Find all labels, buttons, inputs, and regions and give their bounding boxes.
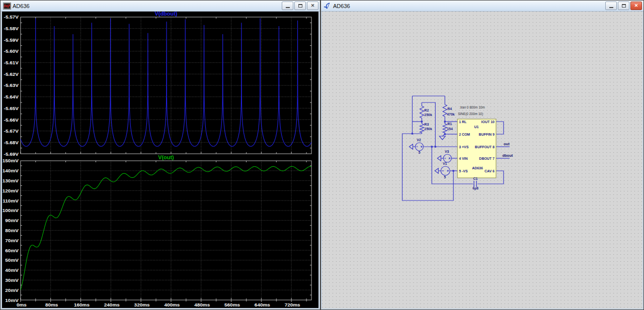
r2-value: 250k <box>424 113 432 117</box>
pin-2-com: 2 COM <box>459 133 470 136</box>
pin-5-vs-minus: 5 -VS <box>459 169 468 173</box>
pin-8-buffout: BUFFOUT 8 <box>475 145 495 149</box>
pin-1-rl: 1 RL <box>459 120 467 124</box>
waveform-plot-area[interactable]: -5.57V-5.58V-5.59V-5.60V-5.61V-5.62V-5.6… <box>2 12 318 308</box>
svg-text:320ms: 320ms <box>134 302 150 307</box>
svg-text:-5.63V: -5.63V <box>4 82 19 88</box>
svg-text:0ms: 0ms <box>17 302 27 307</box>
waveform-window-titlebar[interactable]: AD636 ✕ <box>1 1 320 12</box>
net-label-dbout: dbout <box>502 153 513 158</box>
u1-part: AD636 <box>472 166 483 170</box>
r2-ref: R2 <box>424 109 429 112</box>
svg-text:40mV: 40mV <box>5 267 19 273</box>
svg-text:110mV: 110mV <box>3 198 19 203</box>
svg-text:70mV: 70mV <box>5 238 19 243</box>
net-label-out: out <box>504 142 510 146</box>
c1-ref: C1 <box>473 177 478 180</box>
svg-text:-5.65V: -5.65V <box>4 106 19 111</box>
v2-value: 5 <box>418 151 420 154</box>
r3-value: 250k <box>424 127 432 131</box>
schematic-canvas[interactable]: .tran 0 800m 10m SINE(0 200m 10) R2 250k… <box>322 12 642 308</box>
v3-ref: V3 <box>445 150 449 153</box>
schematic-doc-icon <box>324 3 332 10</box>
svg-text:-5.67V: -5.67V <box>4 128 19 134</box>
pin-4-vin: 4 VIN <box>459 157 467 160</box>
minimize-button[interactable] <box>282 2 293 10</box>
pane-title: V(out) <box>158 154 174 160</box>
gridlines <box>21 17 311 154</box>
svg-text:20mV: 20mV <box>5 287 19 293</box>
svg-text:150mV: 150mV <box>3 158 19 163</box>
c1-value: 6µ8 <box>472 186 478 190</box>
axis-labels: -5.57V-5.58V-5.59V-5.60V-5.61V-5.62V-5.6… <box>4 14 19 156</box>
v1-value: 5 <box>444 175 446 179</box>
schematic-window: AD636 ✕ <box>320 0 644 310</box>
pin-9-buffin: BUFFIN 9 <box>479 133 495 136</box>
ltspice-workspace: AD636 ✕ -5.57V-5.58V-5.59V-5.60V-5.61V-5… <box>0 0 644 310</box>
waveform-doc-icon <box>3 3 11 10</box>
plot-pane-vdbout[interactable]: -5.57V-5.58V-5.59V-5.60V-5.61V-5.62V-5.6… <box>4 12 311 157</box>
svg-text:240ms: 240ms <box>104 302 120 307</box>
svg-text:80mV: 80mV <box>5 228 19 233</box>
svg-text:140mV: 140mV <box>3 168 19 173</box>
pin-6-cav: CAV 6 <box>485 169 495 173</box>
pane-title: V(dbout) <box>154 12 177 17</box>
svg-text:-5.68V: -5.68V <box>4 140 19 145</box>
waveform-window: AD636 ✕ -5.57V-5.58V-5.59V-5.60V-5.61V-5… <box>0 0 320 310</box>
gridlines <box>21 161 311 300</box>
pin-3-vs-plus: 3 +VS <box>459 145 468 149</box>
svg-text:80ms: 80ms <box>45 302 58 307</box>
schematic-window-titlebar[interactable]: AD636 ✕ <box>321 1 643 12</box>
svg-text:120mV: 120mV <box>3 188 19 193</box>
svg-text:100mV: 100mV <box>3 208 19 213</box>
v2-ref: V2 <box>417 138 421 142</box>
svg-text:-5.66V: -5.66V <box>4 117 19 123</box>
r4-ref: R4 <box>447 107 452 111</box>
schematic-window-title: AD636 <box>333 3 605 9</box>
waveform-window-title: AD636 <box>13 3 282 9</box>
close-button[interactable]: ✕ <box>630 2 642 10</box>
svg-text:-5.60V: -5.60V <box>4 48 19 54</box>
r4-value: 470k <box>447 113 455 116</box>
minimize-button[interactable] <box>605 2 617 10</box>
svg-text:-5.57V: -5.57V <box>4 14 19 20</box>
v1-ref: V1 <box>443 162 447 165</box>
svg-text:720ms: 720ms <box>285 302 300 307</box>
maximize-button[interactable] <box>618 2 629 10</box>
r3-ref: R3 <box>424 123 429 126</box>
trace-vdbout <box>21 18 311 146</box>
svg-text:-5.69V: -5.69V <box>4 151 19 157</box>
svg-text:560ms: 560ms <box>224 302 240 307</box>
maximize-button[interactable] <box>294 2 306 10</box>
spice-directive-tran: .tran 0 800m 10m <box>459 106 485 109</box>
u1-ref: U1 <box>474 125 479 129</box>
r1-value: 154 <box>447 127 453 131</box>
svg-text:-5.61V: -5.61V <box>4 60 19 65</box>
svg-text:-5.62V: -5.62V <box>4 71 19 77</box>
trace-vout <box>21 166 311 290</box>
svg-text:480ms: 480ms <box>194 302 210 307</box>
svg-text:60mV: 60mV <box>5 248 19 253</box>
schematic-edit-area[interactable]: .tran 0 800m 10m SINE(0 200m 10) R2 250k… <box>322 12 642 308</box>
svg-text:-5.58V: -5.58V <box>4 26 19 31</box>
close-button[interactable]: ✕ <box>307 2 318 10</box>
svg-text:160ms: 160ms <box>74 302 90 307</box>
svg-text:30mV: 30mV <box>5 277 19 283</box>
source-value-sine: SINE(0 200m 10) <box>458 112 483 116</box>
pin-7-dbout: DBOUT 7 <box>479 157 495 160</box>
axis-ticks <box>21 161 311 302</box>
pin-10-iout: IOUT 10 <box>481 120 495 124</box>
svg-text:-5.59V: -5.59V <box>4 37 19 43</box>
plot-pane-vout[interactable]: 150mV140mV130mV120mV110mV100mV90mV80mV70… <box>3 154 311 307</box>
svg-text:400ms: 400ms <box>164 302 180 307</box>
svg-text:640ms: 640ms <box>255 302 270 307</box>
svg-text:50mV: 50mV <box>5 257 19 263</box>
svg-text:90mV: 90mV <box>5 218 19 223</box>
svg-text:-5.64V: -5.64V <box>4 94 19 99</box>
svg-text:130mV: 130mV <box>3 178 19 183</box>
waveform-canvas[interactable]: -5.57V-5.58V-5.59V-5.60V-5.61V-5.62V-5.6… <box>2 12 318 308</box>
r1-ref: R1 <box>447 122 452 126</box>
